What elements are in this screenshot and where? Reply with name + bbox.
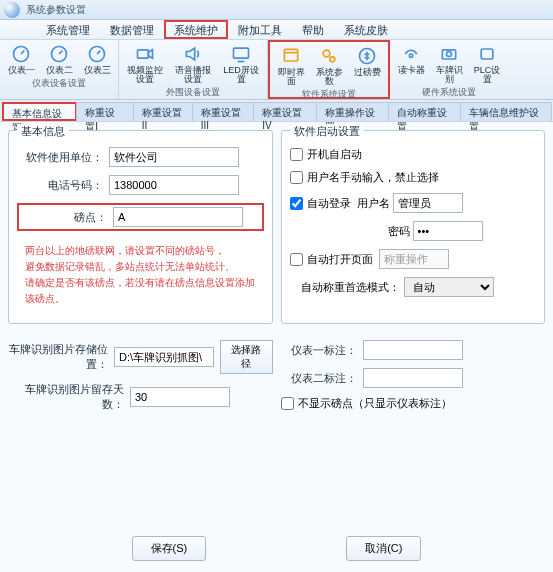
auto-open-label: 自动打开页面 bbox=[307, 252, 373, 267]
tel-label: 电话号码： bbox=[17, 178, 103, 193]
site-label: 磅点： bbox=[21, 210, 107, 225]
ribbon-plc[interactable]: PLC设置 bbox=[469, 42, 505, 85]
auto-login-checkbox[interactable] bbox=[290, 197, 303, 210]
mark2-label: 仪表二标注： bbox=[281, 371, 357, 386]
ribbon-group-peripheral: 视频监控设置 语音播报设置 LED屏设置 外围设备设置 bbox=[119, 40, 268, 99]
speaker-icon bbox=[182, 43, 204, 65]
camera-icon bbox=[438, 43, 460, 65]
card-reader-icon bbox=[400, 43, 422, 65]
gauge-icon bbox=[10, 43, 32, 65]
menu-skin[interactable]: 系统皮肤 bbox=[334, 20, 398, 39]
tel-input[interactable] bbox=[109, 175, 239, 195]
menu-addon-tools[interactable]: 附加工具 bbox=[228, 20, 292, 39]
panel-legend: 基本信息 bbox=[17, 124, 69, 139]
window-icon bbox=[280, 45, 302, 67]
menubar: 系统管理 数据管理 系统维护 附加工具 帮助 系统皮肤 bbox=[0, 20, 553, 40]
ribbon-group-meters: 仪表一 仪表二 仪表三 仪表设备设置 bbox=[0, 40, 119, 99]
mark2-input[interactable] bbox=[363, 368, 463, 388]
tab-auto-weigh[interactable]: 自动称重设置 bbox=[388, 102, 461, 121]
window-title: 系统参数设置 bbox=[26, 3, 86, 17]
hide-site-label: 不显示磅点（只显示仪表标注） bbox=[298, 396, 452, 411]
ribbon-ui[interactable]: 即时界面 bbox=[273, 44, 309, 87]
panel-legend: 软件启动设置 bbox=[290, 124, 364, 139]
svg-point-11 bbox=[447, 52, 452, 57]
ribbon: 仪表一 仪表二 仪表三 仪表设备设置 视频监控设置 语音播报设置 LED屏设置 … bbox=[0, 40, 553, 100]
tab-weigh-op[interactable]: 称重操作设置 bbox=[316, 102, 389, 121]
no-manual-checkbox[interactable] bbox=[290, 171, 303, 184]
form-body: 基本信息 软件使用单位： 电话号码： 磅点： 两台以上的地磅联网，请设置不同的磅… bbox=[0, 122, 553, 332]
page-input bbox=[379, 249, 449, 269]
tab-basic-info[interactable]: 基本信息设置 bbox=[2, 102, 77, 121]
ribbon-meter2[interactable]: 仪表二 bbox=[41, 42, 77, 76]
svg-rect-3 bbox=[138, 50, 149, 58]
auto-open-checkbox[interactable] bbox=[290, 253, 303, 266]
tab-vehicle-info[interactable]: 车辆信息维护设置 bbox=[460, 102, 552, 121]
footer: 保存(S) 取消(C) bbox=[0, 524, 553, 572]
svg-point-9 bbox=[409, 54, 412, 57]
warning-text: 两台以上的地磅联网，请设置不同的磅站号， 避免数据记录错乱，多站点统计无法单站统… bbox=[17, 239, 264, 311]
panel-basic-info: 基本信息 软件使用单位： 电话号码： 磅点： 两台以上的地磅联网，请设置不同的磅… bbox=[8, 130, 273, 324]
ribbon-system-params[interactable]: 系统参数 bbox=[311, 44, 347, 87]
svg-rect-5 bbox=[284, 49, 297, 61]
mode-label: 自动称重首选模式： bbox=[290, 280, 400, 295]
plc-icon bbox=[476, 43, 498, 65]
gauge-icon bbox=[48, 43, 70, 65]
auto-start-label: 开机自启动 bbox=[307, 147, 362, 162]
lower-area: 车牌识别图片存储位置：选择路径 车牌识别图片留存天数： 仪表一标注： 仪表二标注… bbox=[0, 332, 553, 424]
cancel-button[interactable]: 取消(C) bbox=[346, 536, 421, 561]
mode-select[interactable]: 自动 bbox=[404, 277, 494, 297]
browse-button[interactable]: 选择路径 bbox=[220, 340, 272, 374]
pwd-label: 密码 bbox=[388, 224, 410, 239]
camera-icon bbox=[134, 43, 156, 65]
svg-point-6 bbox=[323, 50, 330, 57]
svg-rect-12 bbox=[481, 49, 493, 59]
ribbon-reader[interactable]: 读卡器 bbox=[393, 42, 429, 85]
ribbon-plate[interactable]: 车牌识别 bbox=[431, 42, 467, 85]
ribbon-fee[interactable]: 过磅费 bbox=[349, 44, 385, 87]
tabstrip: 基本信息设置 称重设置I 称重设置II 称重设置III 称重设置IV 称重操作设… bbox=[0, 100, 553, 122]
tab-weigh-3[interactable]: 称重设置III bbox=[192, 102, 255, 121]
pic-days-label: 车牌识别图片留存天数： bbox=[8, 382, 124, 412]
unit-label: 软件使用单位： bbox=[17, 150, 103, 165]
user-input[interactable] bbox=[393, 193, 463, 213]
user-label: 用户名 bbox=[357, 196, 390, 211]
menu-system-maint[interactable]: 系统维护 bbox=[164, 20, 228, 39]
ribbon-meter1[interactable]: 仪表一 bbox=[3, 42, 39, 76]
svg-point-7 bbox=[330, 57, 335, 62]
menu-data-mgmt[interactable]: 数据管理 bbox=[100, 20, 164, 39]
auto-login-label: 自动登录 bbox=[307, 196, 351, 211]
ribbon-group-label: 外围设备设置 bbox=[166, 86, 220, 99]
save-button[interactable]: 保存(S) bbox=[132, 536, 207, 561]
pic-path-input[interactable] bbox=[114, 347, 214, 367]
auto-start-checkbox[interactable] bbox=[290, 148, 303, 161]
ribbon-video[interactable]: 视频监控设置 bbox=[122, 42, 168, 85]
menu-help[interactable]: 帮助 bbox=[292, 20, 334, 39]
mark1-label: 仪表一标注： bbox=[281, 343, 357, 358]
tab-weigh-4[interactable]: 称重设置IV bbox=[253, 102, 317, 121]
site-input[interactable] bbox=[113, 207, 243, 227]
menu-system-mgmt[interactable]: 系统管理 bbox=[36, 20, 100, 39]
titlebar: 系统参数设置 bbox=[0, 0, 553, 20]
ribbon-group-hardware: 读卡器 车牌识别 PLC设置 硬件系统设置 bbox=[390, 40, 508, 99]
mark1-input[interactable] bbox=[363, 340, 463, 360]
money-icon bbox=[356, 45, 378, 67]
svg-rect-4 bbox=[234, 48, 249, 58]
ribbon-group-label: 仪表设备设置 bbox=[32, 77, 86, 90]
panel-startup: 软件启动设置 开机自启动 用户名手动输入，禁止选择 自动登录 用户名 密码 自动… bbox=[281, 130, 546, 324]
gauge-icon bbox=[86, 43, 108, 65]
app-logo-icon bbox=[4, 2, 20, 18]
no-manual-label: 用户名手动输入，禁止选择 bbox=[307, 170, 439, 185]
ribbon-led[interactable]: LED屏设置 bbox=[218, 42, 264, 85]
ribbon-group-software: 即时界面 系统参数 过磅费 软件系统设置 bbox=[268, 40, 390, 99]
ribbon-group-label: 硬件系统设置 bbox=[422, 86, 476, 99]
tab-weigh-1[interactable]: 称重设置I bbox=[76, 102, 133, 121]
gears-icon bbox=[318, 45, 340, 67]
ribbon-meter3[interactable]: 仪表三 bbox=[79, 42, 115, 76]
ribbon-voice[interactable]: 语音播报设置 bbox=[170, 42, 216, 85]
hide-site-checkbox[interactable] bbox=[281, 397, 294, 410]
pic-days-input[interactable] bbox=[130, 387, 230, 407]
ribbon-group-label: 软件系统设置 bbox=[302, 88, 356, 101]
pwd-input[interactable] bbox=[413, 221, 483, 241]
tab-weigh-2[interactable]: 称重设置II bbox=[133, 102, 193, 121]
unit-input[interactable] bbox=[109, 147, 239, 167]
